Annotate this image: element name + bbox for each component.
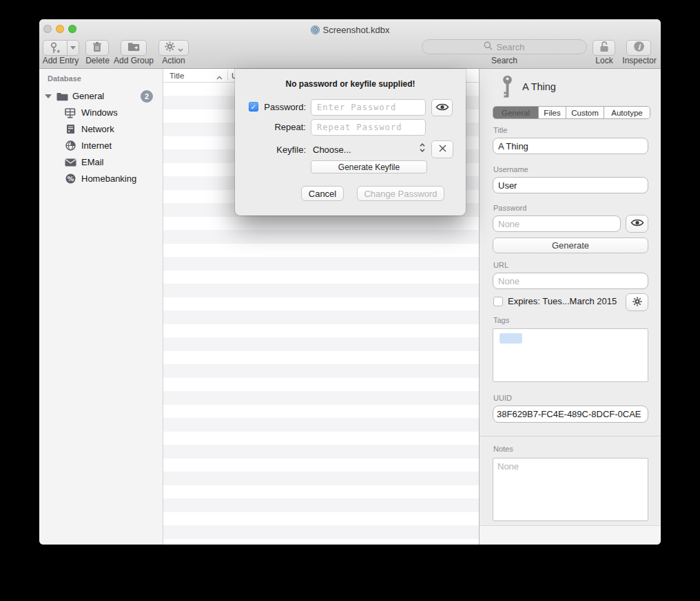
inspector-panel: A Thing General Files Custom Autotype Ti… xyxy=(479,69,661,545)
section-divider xyxy=(480,436,661,436)
sidebar-item-general[interactable]: General 2 xyxy=(39,88,163,105)
action-button[interactable] xyxy=(158,40,189,56)
sidebar: Database General 2 Windows Network Inter… xyxy=(39,69,163,545)
app-window: Screenshot.kdbx Add Entry Delete Add Gro… xyxy=(39,19,661,545)
expires-checkbox[interactable] xyxy=(493,297,503,306)
search-label: Search xyxy=(422,56,587,65)
search-icon xyxy=(484,41,493,52)
dialog-repeat-label: Repeat: xyxy=(259,122,306,132)
add-group-label: Add Group xyxy=(112,56,156,65)
eye-icon xyxy=(630,218,644,229)
tag-chip[interactable] xyxy=(500,333,522,344)
password-checkbox[interactable] xyxy=(249,102,258,112)
sidebar-item-network[interactable]: Network xyxy=(39,121,163,138)
notes-label: Notes xyxy=(493,445,513,453)
username-field[interactable] xyxy=(493,177,648,193)
disclosure-triangle-icon[interactable] xyxy=(45,94,52,98)
lock-button[interactable] xyxy=(593,40,615,56)
generate-keyfile-button[interactable]: Generate Keyfile xyxy=(311,160,427,173)
titlebar-toolbar: Screenshot.kdbx Add Entry Delete Add Gro… xyxy=(39,19,661,69)
url-label: URL xyxy=(493,261,508,269)
delete-button[interactable] xyxy=(85,40,109,56)
tags-field[interactable] xyxy=(493,328,648,382)
sidebar-item-windows[interactable]: Windows xyxy=(39,105,163,121)
change-password-sheet: No password or keyfile supplied! Passwor… xyxy=(235,69,466,215)
tab-files[interactable]: Files xyxy=(539,107,566,118)
dialog-repeat-field[interactable] xyxy=(311,119,426,136)
notes-field[interactable] xyxy=(493,458,648,521)
uuid-field[interactable] xyxy=(493,405,648,423)
envelope-icon xyxy=(65,158,76,169)
expires-date-button[interactable] xyxy=(626,293,648,311)
password-label: Password xyxy=(493,204,526,212)
add-group-button[interactable] xyxy=(121,40,147,56)
sidebar-item-label: General xyxy=(72,91,104,101)
keyfile-popup[interactable]: Choose... xyxy=(313,145,351,155)
key-plus-icon xyxy=(43,42,67,54)
tab-custom[interactable]: Custom xyxy=(566,107,604,118)
tags-label: Tags xyxy=(493,316,509,324)
chevron-down-icon xyxy=(178,42,183,54)
sidebar-item-label: Internet xyxy=(81,140,112,151)
title-field[interactable] xyxy=(493,138,648,154)
username-label: Username xyxy=(493,165,528,173)
key-icon xyxy=(502,75,513,102)
sidebar-item-internet[interactable]: Internet xyxy=(39,138,163,154)
sheet-message: No password or keyfile supplied! xyxy=(235,79,466,89)
generate-password-button[interactable]: Generate xyxy=(493,238,648,253)
search-input[interactable]: Search xyxy=(422,39,587,54)
percent-icon: % xyxy=(65,173,76,186)
globe-icon xyxy=(65,140,76,153)
cancel-button[interactable]: Cancel xyxy=(301,186,344,201)
dialog-password-field[interactable] xyxy=(311,99,426,116)
inspector-label: Inspector xyxy=(618,56,661,65)
tab-general[interactable]: General xyxy=(493,107,539,118)
column-divider[interactable] xyxy=(227,70,228,81)
sidebar-item-label: Network xyxy=(81,124,114,134)
inspector-tabs: General Files Custom Autotype xyxy=(493,106,650,119)
lock-label: Lock xyxy=(587,56,621,65)
clear-keyfile-button[interactable] xyxy=(431,140,453,158)
inspector-footer xyxy=(480,525,661,545)
sidebar-item-email[interactable]: EMail xyxy=(39,154,163,171)
document-icon xyxy=(311,25,320,34)
info-icon: i xyxy=(633,41,645,55)
server-icon xyxy=(66,124,75,136)
trash-icon xyxy=(92,41,102,55)
action-label: Action xyxy=(158,56,189,65)
window-title: Screenshot.kdbx xyxy=(39,25,661,35)
search-placeholder: Search xyxy=(496,42,524,52)
chevron-down-icon xyxy=(70,46,76,50)
sidebar-item-homebanking[interactable]: % Homebanking xyxy=(39,171,163,187)
add-entry-button[interactable] xyxy=(43,40,79,56)
sidebar-section-header: Database xyxy=(48,74,81,83)
svg-text:%: % xyxy=(68,175,74,182)
title-label: Title xyxy=(493,126,507,134)
uuid-label: UUID xyxy=(493,394,512,402)
sort-ascending-icon xyxy=(216,73,223,81)
password-field[interactable] xyxy=(493,215,621,232)
windows-icon xyxy=(65,108,76,120)
folder-icon xyxy=(56,92,68,103)
sidebar-item-label: Homebanking xyxy=(81,173,136,184)
inspector-button[interactable]: i xyxy=(626,40,651,56)
dialog-keyfile-label: Keyfile: xyxy=(259,145,306,155)
expires-label: Expires: Tues...March 2015 xyxy=(508,296,617,306)
dialog-reveal-button[interactable] xyxy=(431,99,453,116)
change-password-button[interactable]: Change Password xyxy=(357,186,444,201)
reveal-password-button[interactable] xyxy=(626,215,648,233)
folder-plus-icon xyxy=(127,42,140,54)
window-title-text: Screenshot.kdbx xyxy=(323,25,390,35)
column-header-title[interactable]: Title xyxy=(169,72,184,80)
sidebar-item-label: Windows xyxy=(81,107,118,118)
url-field[interactable] xyxy=(493,273,648,289)
tab-autotype[interactable]: Autotype xyxy=(604,107,650,118)
add-entry-dropdown[interactable] xyxy=(68,46,79,50)
lock-open-icon xyxy=(599,41,610,55)
gear-icon xyxy=(165,41,175,54)
entry-title: A Thing xyxy=(522,81,556,92)
entry-count-badge: 2 xyxy=(141,90,153,103)
stepper-icon[interactable] xyxy=(419,143,426,156)
close-x-icon xyxy=(438,143,447,156)
dialog-password-label: Password: xyxy=(259,102,306,112)
